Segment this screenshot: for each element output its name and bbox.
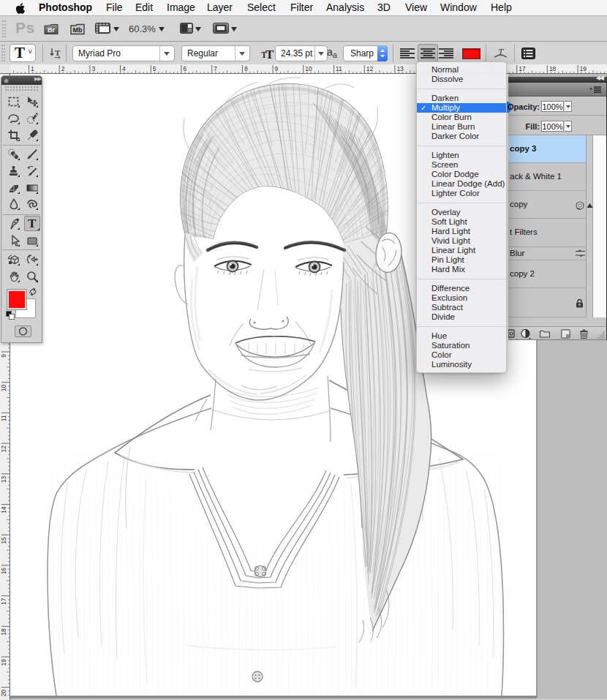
svg-text:19: 19 bbox=[580, 65, 587, 72]
svg-text:7: 7 bbox=[214, 65, 217, 72]
svg-text:10: 10 bbox=[0, 384, 7, 391]
svg-text:17: 17 bbox=[0, 598, 7, 605]
svg-text:14: 14 bbox=[0, 506, 7, 513]
svg-text:12: 12 bbox=[366, 65, 374, 72]
svg-text:18: 18 bbox=[0, 628, 7, 636]
svg-text:17: 17 bbox=[519, 65, 526, 72]
svg-text:T: T bbox=[265, 48, 274, 59]
svg-text:20: 20 bbox=[0, 689, 7, 696]
svg-text:5: 5 bbox=[153, 65, 157, 72]
svg-text:9: 9 bbox=[275, 65, 279, 72]
svg-text:Mb: Mb bbox=[73, 26, 83, 34]
svg-text:6: 6 bbox=[184, 65, 187, 72]
svg-text:19: 19 bbox=[0, 659, 7, 666]
svg-text:1: 1 bbox=[31, 65, 34, 72]
svg-text:13: 13 bbox=[0, 476, 7, 483]
svg-text:4: 4 bbox=[122, 65, 126, 72]
svg-text:12: 12 bbox=[0, 445, 7, 453]
svg-text:18: 18 bbox=[549, 65, 557, 72]
svg-text:9: 9 bbox=[0, 354, 7, 358]
svg-text:T: T bbox=[498, 47, 504, 57]
svg-text:T: T bbox=[55, 48, 61, 57]
svg-text:3: 3 bbox=[91, 65, 95, 72]
svg-text:11: 11 bbox=[0, 415, 7, 421]
svg-text:11: 11 bbox=[336, 65, 342, 72]
svg-text:15: 15 bbox=[0, 537, 7, 544]
svg-text:2: 2 bbox=[61, 65, 65, 72]
svg-text:8: 8 bbox=[244, 65, 248, 72]
svg-text:13: 13 bbox=[396, 65, 404, 72]
svg-text:Br: Br bbox=[48, 26, 55, 34]
svg-text:16: 16 bbox=[0, 568, 7, 575]
svg-text:10: 10 bbox=[305, 65, 312, 72]
